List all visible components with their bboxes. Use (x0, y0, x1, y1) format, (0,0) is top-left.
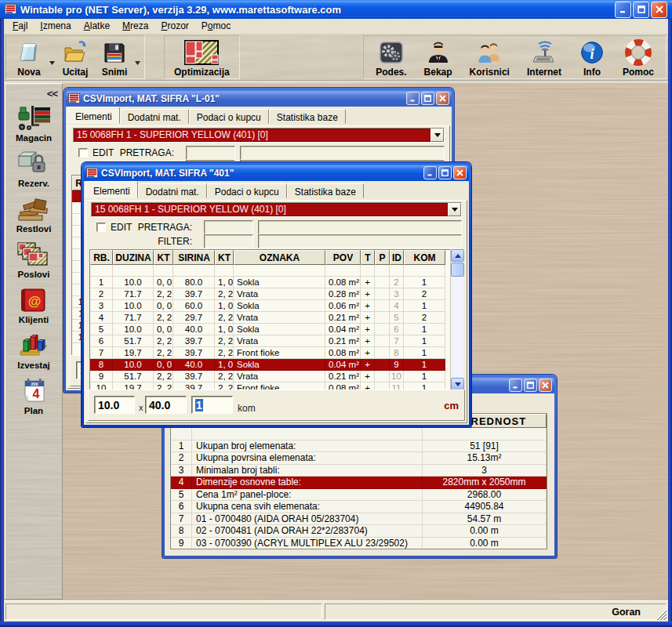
column-header-rb-0[interactable]: RB. (90, 250, 113, 265)
pretraga-input-2[interactable] (240, 146, 445, 160)
combobox-dropdown-button[interactable] (430, 129, 444, 142)
tab-dodatni-mat[interactable]: Dodatni mat. (120, 109, 189, 124)
tab-elementi[interactable]: Elementi (85, 181, 138, 198)
results-row[interactable]: 6Ukupna cena svih elemenata:44905.84 (171, 501, 547, 513)
menu-pomoc[interactable]: Pomoc (195, 19, 237, 34)
column-header-kom-10[interactable]: KOM (404, 250, 445, 265)
results-row[interactable]: 3Minimalan broj tabli:3 (171, 465, 547, 477)
pomoc-button[interactable]: Pomoc (614, 37, 663, 78)
filter-input-2[interactable] (258, 234, 462, 248)
sidebar-item-poslovi[interactable]: Poslovi (16, 241, 52, 279)
internet-button[interactable]: Internet (518, 37, 570, 78)
nova-button[interactable]: Nova (9, 37, 49, 78)
sidebar-item-izvestaj[interactable]: Izvestaj (16, 332, 52, 370)
table-row[interactable]: 951.72, 239.72, 2Vrata0.21 m²+101 (90, 371, 463, 382)
table-row[interactable]: 310.00, 060.01, 0Sokla0.06 m²+41 (90, 300, 463, 312)
sidebar-item-rezerv[interactable]: Rezerv. (16, 150, 52, 188)
column-header-sirina-3[interactable]: SIRINA (173, 250, 215, 265)
column-header-kt-2[interactable]: KT (154, 250, 173, 265)
menu-prozor[interactable]: Prozor (154, 19, 194, 34)
csv-window-l01-close-button[interactable] (436, 92, 449, 105)
menu-mreza[interactable]: Mreza (116, 19, 154, 34)
column-header-duzina-1[interactable]: DUZINA (113, 250, 154, 265)
edit-checkbox[interactable] (96, 223, 106, 232)
tab-podaci-o-kupcu[interactable]: Podaci o kupcu (189, 109, 269, 124)
csv-window-l01-maximize-button[interactable] (421, 92, 434, 105)
podes-button[interactable]: Podes. (367, 37, 415, 78)
count-input[interactable]: 1 (191, 396, 233, 414)
height-input[interactable]: 40.0 (145, 396, 187, 414)
width-input[interactable]: 10.0 (94, 396, 135, 414)
sidebar-item-restlovi[interactable]: Restlovi (16, 195, 52, 234)
sidebar-item-magacin[interactable]: Magacin (16, 104, 52, 143)
results-window-maximize-button[interactable] (524, 379, 537, 392)
table-row[interactable]: 810.00, 040.01, 0Sokla0.04 m²+91 (90, 359, 463, 371)
menu-fajl[interactable]: Fajl (6, 19, 34, 34)
results-window-close-button[interactable] (539, 379, 552, 392)
sidebar-collapse-button[interactable]: << (47, 88, 57, 100)
scroll-down-button[interactable] (451, 378, 464, 390)
csv-window-401-close-button[interactable] (453, 166, 467, 179)
edit-checkbox[interactable] (78, 148, 88, 158)
results-row[interactable]: 4Dimenzije osnovne table:2820mm x 2050mm (171, 477, 547, 489)
menu-alatke[interactable]: Alatke (78, 19, 116, 34)
table-row[interactable]: 651.72, 239.72, 2Vrata0.21 m²+71 (90, 335, 463, 347)
table-row[interactable]: 110.00, 080.01, 0Sokla0.08 m²+21 (90, 277, 463, 288)
table-row-blank[interactable] (90, 265, 463, 277)
sidebar-item-klijenti[interactable]: @Klijenti (16, 286, 52, 324)
results-row[interactable]: 1Ukupan broj elemenata:51 [91] (171, 440, 547, 453)
results-row[interactable]: 802 - 0700481 (AIDA ORAH 22*2/283704)0.0… (171, 525, 547, 538)
results-row[interactable]: 701 - 0700480 (AIDA ORAH 05/283704)54.57… (171, 513, 547, 526)
table-row[interactable]: 719.72, 239.72, 2Front fioke0.08 m²+81 (90, 347, 463, 359)
column-header-t-7[interactable]: T (361, 250, 375, 265)
scroll-up-button[interactable] (451, 249, 464, 262)
results-row[interactable]: 2Ukupna povrsina elemenata:15.13m² (171, 452, 547, 465)
combobox-dropdown-button[interactable] (448, 203, 461, 216)
table-row[interactable]: 471.72, 229.72, 2Vrata0.21 m²+52 (90, 312, 463, 324)
table-row[interactable]: 510.00, 040.01, 0Sokla0.04 m²+61 (90, 324, 463, 335)
material-combobox[interactable]: 15 0068FH 1 - SUPERIOR YELLOW (401) [0] (73, 128, 445, 143)
ucitaj-button[interactable]: Ucitaj (56, 37, 95, 78)
close-button[interactable] (651, 2, 667, 18)
column-header-id-9[interactable]: ID (390, 250, 404, 265)
csv-window-l01-titlebar[interactable]: CSVImport, MAT. SIFRA "L-01" (66, 90, 452, 107)
nova-dropdown-arrow-icon[interactable] (49, 48, 56, 78)
korisnici-button[interactable]: Korisnici (461, 37, 518, 78)
snimi-button[interactable]: Snimi (95, 37, 134, 78)
pretraga-input-1[interactable] (186, 146, 235, 160)
pretraga-input-1[interactable] (204, 220, 253, 234)
results-row[interactable]: 903 - 0700390 (ACRYL MULTIPLEX ALU 23/29… (171, 538, 547, 550)
optimizacija-button[interactable]: Optimizacija (168, 37, 236, 78)
maximize-button[interactable] (633, 2, 649, 18)
results-row[interactable]: 5Cena 1m² panel-ploce:2968.00 (171, 489, 547, 502)
csv-window-401-maximize-button[interactable] (438, 166, 452, 179)
material-combobox[interactable]: 15 0068FH 1 - SUPERIOR YELLOW (401) [0] (91, 202, 462, 217)
filter-input-1[interactable] (204, 234, 253, 248)
resize-grip[interactable] (656, 609, 667, 620)
scroll-thumb[interactable] (451, 263, 464, 277)
menu-izmena[interactable]: Izmena (34, 19, 77, 34)
sidebar-item-plan[interactable]: 2004Plan (16, 377, 52, 415)
sidebar: << MagacinRezerv.RestloviPoslovi@Klijent… (5, 83, 63, 600)
column-header-pov-6[interactable]: POV (325, 250, 361, 265)
table-cell: 3 (90, 300, 113, 312)
minimize-button[interactable] (615, 2, 631, 18)
pretraga-input-2[interactable] (258, 220, 462, 234)
table-vertical-scrollbar[interactable] (450, 249, 463, 390)
csv-window-401-minimize-button[interactable] (423, 166, 437, 179)
column-header-oznaka-5[interactable]: OZNAKA (234, 250, 325, 265)
info-button[interactable]: iInfo (570, 37, 614, 78)
table-row[interactable]: 271.72, 239.72, 2Vrata0.28 m²+32 (90, 288, 463, 300)
snimi-dropdown-arrow-icon[interactable] (134, 48, 141, 78)
tab-dodatni-mat[interactable]: Dodatni mat. (138, 183, 207, 198)
tab-elementi[interactable]: Elementi (67, 107, 120, 124)
csv-window-401-titlebar[interactable]: CSVImport, MAT. SIFRA "401" (84, 165, 469, 181)
column-header-p-8[interactable]: P (375, 250, 390, 265)
csv-window-l01-minimize-button[interactable] (406, 92, 420, 105)
column-header-kt-4[interactable]: KT (215, 250, 234, 265)
tab-podaci-o-kupcu[interactable]: Podaci o kupcu (207, 183, 287, 198)
tab-statistika-baze[interactable]: Statistika baze (269, 109, 346, 124)
bekap-button[interactable]: Bekap (416, 37, 461, 78)
tab-statistika-baze[interactable]: Statistika baze (287, 183, 364, 198)
results-window-minimize-button[interactable] (509, 379, 522, 392)
